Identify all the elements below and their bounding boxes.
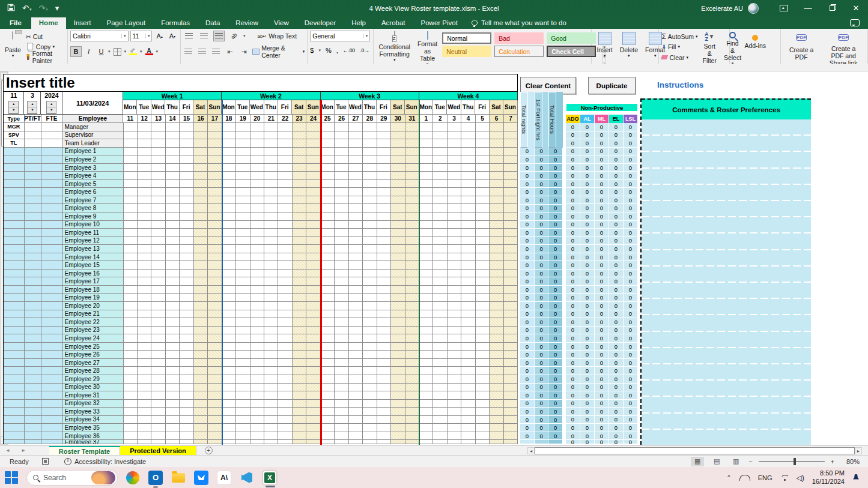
- day-cell[interactable]: [461, 367, 475, 375]
- ptft-cell[interactable]: [25, 139, 41, 148]
- day-cell[interactable]: [504, 131, 518, 140]
- np-value-cell[interactable]: 0: [595, 318, 609, 327]
- np-value-cell[interactable]: 0: [566, 408, 580, 416]
- totals-value-cell[interactable]: [520, 440, 535, 444]
- fte-cell[interactable]: [41, 261, 63, 270]
- totals-value-cell[interactable]: 0: [548, 188, 563, 196]
- day-cell[interactable]: [419, 139, 433, 148]
- day-cell[interactable]: [448, 302, 461, 310]
- np-value-cell[interactable]: 0: [595, 440, 609, 444]
- day-name-cell[interactable]: Thu: [264, 100, 278, 115]
- day-cell[interactable]: [448, 391, 461, 400]
- day-cell[interactable]: [321, 180, 335, 188]
- type-cell[interactable]: [4, 391, 25, 400]
- day-cell[interactable]: [476, 221, 490, 229]
- np-value-cell[interactable]: 0: [595, 310, 609, 319]
- np-value-cell[interactable]: 0: [580, 131, 595, 140]
- day-cell[interactable]: [250, 359, 264, 367]
- totals-value-cell[interactable]: 0: [548, 196, 563, 205]
- day-cell[interactable]: [293, 408, 306, 416]
- np-value-cell[interactable]: 0: [580, 318, 595, 327]
- day-cell[interactable]: [264, 155, 278, 164]
- day-cell[interactable]: [504, 229, 518, 237]
- day-cell[interactable]: [264, 261, 278, 270]
- day-cell[interactable]: [180, 432, 193, 441]
- day-cell[interactable]: [433, 375, 447, 384]
- paste-button[interactable]: Paste▾: [2, 31, 23, 64]
- day-name-cell[interactable]: Fri: [180, 100, 193, 115]
- day-cell[interactable]: [405, 245, 419, 253]
- align-right-icon[interactable]: [211, 46, 221, 57]
- day-cell[interactable]: [293, 237, 306, 246]
- day-cell[interactable]: [391, 270, 405, 278]
- hidden-icons-chevron[interactable]: ⌃: [726, 474, 731, 481]
- totals-value-cell[interactable]: 0: [520, 270, 535, 278]
- day-cell[interactable]: [278, 237, 292, 246]
- np-value-cell[interactable]: 0: [624, 123, 638, 131]
- ptft-cell[interactable]: [25, 164, 41, 172]
- day-cell[interactable]: [391, 180, 405, 188]
- np-value-cell[interactable]: 0: [609, 245, 624, 253]
- day-cell[interactable]: [236, 400, 250, 408]
- day-cell[interactable]: [166, 391, 180, 400]
- day-cell[interactable]: [490, 172, 503, 180]
- np-value-cell[interactable]: 0: [566, 343, 580, 351]
- day-cell[interactable]: [504, 261, 518, 270]
- day-cell[interactable]: [306, 359, 320, 367]
- day-name-cell[interactable]: Tue: [335, 100, 348, 115]
- week-header[interactable]: Week 4: [419, 92, 518, 100]
- day-cell[interactable]: [124, 310, 138, 319]
- np-value-cell[interactable]: 0: [624, 204, 638, 212]
- day-cell[interactable]: [363, 286, 377, 294]
- day-cell[interactable]: [222, 359, 236, 367]
- day-cell[interactable]: [461, 261, 475, 270]
- ribbon-tab-formulas[interactable]: Formulas: [153, 17, 198, 29]
- day-cell[interactable]: [124, 351, 138, 359]
- fte-cell[interactable]: [41, 408, 63, 416]
- day-cell[interactable]: [433, 261, 447, 270]
- np-value-cell[interactable]: 0: [624, 440, 638, 444]
- day-cell[interactable]: [194, 270, 208, 278]
- np-value-cell[interactable]: 0: [624, 277, 638, 286]
- day-cell[interactable]: [461, 139, 475, 148]
- day-cell[interactable]: [208, 343, 222, 351]
- np-value-cell[interactable]: 0: [609, 359, 624, 367]
- day-cell[interactable]: [377, 277, 391, 286]
- np-value-cell[interactable]: 0: [566, 237, 580, 246]
- day-number-cell[interactable]: 21: [264, 115, 278, 123]
- day-cell[interactable]: [377, 343, 391, 351]
- fte-cell[interactable]: [41, 204, 63, 212]
- day-cell[interactable]: [405, 367, 419, 375]
- day-cell[interactable]: [335, 351, 348, 359]
- day-cell[interactable]: [151, 294, 165, 302]
- day-cell[interactable]: [476, 367, 490, 375]
- style-neutral[interactable]: Neutral: [442, 46, 491, 57]
- day-cell[interactable]: [335, 391, 348, 400]
- day-cell[interactable]: [138, 334, 151, 343]
- day-cell[interactable]: [180, 391, 193, 400]
- day-cell[interactable]: [166, 221, 180, 229]
- day-cell[interactable]: [208, 196, 222, 205]
- day-cell[interactable]: [391, 261, 405, 270]
- day-cell[interactable]: [377, 351, 391, 359]
- day-cell[interactable]: [124, 172, 138, 180]
- day-cell[interactable]: [306, 302, 320, 310]
- day-cell[interactable]: [208, 277, 222, 286]
- day-cell[interactable]: [419, 334, 433, 343]
- day-cell[interactable]: [236, 424, 250, 432]
- day-cell[interactable]: [194, 139, 208, 148]
- day-cell[interactable]: [476, 204, 490, 212]
- np-value-cell[interactable]: 0: [624, 359, 638, 367]
- day-cell[interactable]: [222, 327, 236, 335]
- type-cell[interactable]: [4, 310, 25, 319]
- day-cell[interactable]: [321, 245, 335, 253]
- zoom-out-icon[interactable]: −: [748, 458, 752, 465]
- day-cell[interactable]: [377, 237, 391, 246]
- np-value-cell[interactable]: 0: [566, 318, 580, 327]
- file-explorer-icon[interactable]: [171, 471, 186, 485]
- ptft-cell[interactable]: [25, 416, 41, 424]
- day-cell[interactable]: [448, 408, 461, 416]
- totals-value-cell[interactable]: 0: [535, 294, 549, 303]
- type-cell[interactable]: [4, 188, 25, 196]
- type-cell[interactable]: [4, 172, 25, 180]
